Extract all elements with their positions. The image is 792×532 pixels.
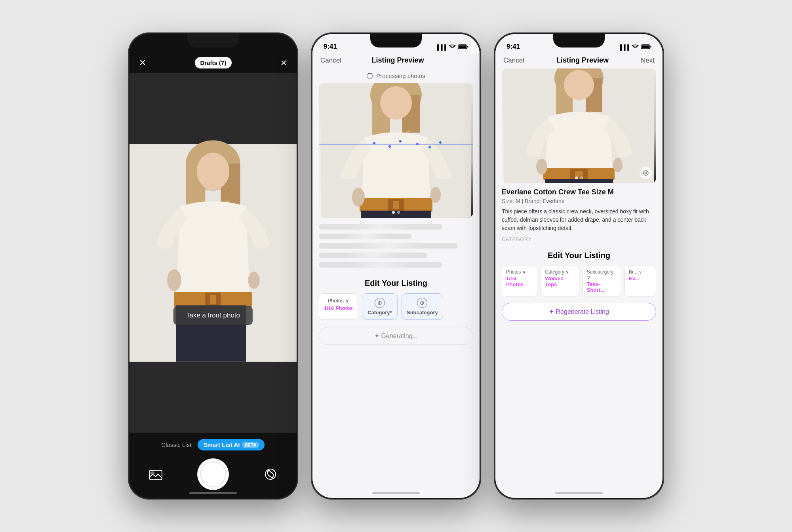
camera-edit-icon[interactable]: [640, 167, 652, 179]
listing-meta: Size: M | Brand: Everlane: [502, 198, 656, 204]
listing-tabs: Photos ∨ 1/16 Photos ⊕ Category* ⊕ Subca…: [319, 293, 473, 321]
cancel-button[interactable]: Cancel: [503, 57, 524, 65]
notch: [187, 34, 239, 48]
processing-screen: 9:41 ▐▐▐: [312, 34, 480, 498]
cancel-button[interactable]: Cancel: [320, 57, 341, 65]
tab-photos[interactable]: Photos ∨ 1/16 Photos: [319, 293, 358, 320]
signal-icon: ▐▐▐: [435, 44, 446, 50]
skeleton-line-1: [319, 224, 442, 230]
svg-rect-9: [210, 295, 216, 304]
tab-brand[interactable]: Br... ∨ Ev...: [624, 266, 656, 296]
shutter-inner: [200, 461, 226, 487]
page-title: Listing Preview: [556, 56, 609, 65]
skeleton-line-4: [319, 253, 427, 258]
skeleton-line-2: [319, 234, 411, 239]
shutter-button[interactable]: [197, 458, 229, 490]
notch: [553, 34, 605, 48]
status-time: 9:41: [506, 43, 520, 51]
camera-topbar: ✕ Drafts (7) ✕: [129, 54, 297, 73]
svg-rect-18: [467, 46, 468, 48]
svg-point-45: [536, 159, 547, 175]
listing-photo-bg: [319, 83, 473, 218]
tab-brand-value: Ev...: [629, 276, 639, 281]
svg-point-16: [265, 469, 276, 479]
svg-point-13: [248, 272, 259, 289]
category-icon: ⊕: [375, 298, 385, 308]
next-button[interactable]: Next: [641, 57, 655, 65]
listing-info: Everlane Cotton Crew Tee Size M Size: M …: [495, 183, 663, 249]
listing-tabs: Photos ∨ 1/16 Photos Category ∨ Women To…: [502, 266, 656, 298]
result-dot-2: [580, 177, 583, 179]
spinner-icon: [367, 73, 373, 79]
svg-rect-28: [393, 201, 399, 209]
result-screen: 9:41 ▐▐▐: [495, 34, 663, 498]
scan-dot: [439, 141, 442, 144]
home-indicator: [189, 492, 237, 494]
tab-subcategory-label: Subcategory: [407, 310, 438, 315]
skeleton-line-5: [319, 262, 442, 268]
svg-point-40: [564, 70, 594, 100]
camera-bottom: Classic List Smart List AI BETA: [129, 433, 297, 498]
mode-selector: Classic List Smart List AI BETA: [139, 439, 287, 450]
nav-bar: Cancel Listing Preview Next: [495, 54, 663, 68]
notch: [370, 34, 422, 48]
status-time: 9:41: [324, 43, 337, 51]
listing-description: This piece offers a classic crew neck, o…: [502, 207, 656, 232]
edit-listing-title: Edit Your Listing: [502, 251, 656, 260]
regenerate-button[interactable]: ✦ Regenerate Listing: [502, 303, 656, 321]
scan-dot: [416, 143, 419, 145]
photo-prompt: Take a front photo: [173, 306, 253, 325]
tab-subcategory-label: Subcategory ∨: [587, 269, 617, 280]
scan-dot: [428, 146, 431, 148]
tab-brand-label: Br... ∨: [629, 269, 642, 275]
skeleton-line-3: [319, 243, 458, 249]
close-button[interactable]: ✕: [139, 58, 146, 68]
generating-button: ✦ Generating...: [319, 327, 473, 345]
scan-dot: [388, 145, 391, 148]
svg-point-48: [645, 172, 647, 174]
flash-button[interactable]: ✕: [280, 58, 287, 68]
processing-banner: Processing photos: [312, 68, 480, 83]
tab-subcategory[interactable]: Subcategory ∨ Tees- Short...: [583, 266, 621, 296]
tab-subcategory[interactable]: ⊕ Subcategory: [402, 293, 443, 320]
battery-icon: [458, 44, 468, 51]
nav-bar: Cancel Listing Preview: [312, 54, 480, 68]
status-icons: ▐▐▐: [618, 44, 651, 51]
svg-rect-34: [642, 46, 649, 48]
status-icons: ▐▐▐: [435, 44, 468, 51]
dot-1: [392, 211, 395, 214]
beta-badge: BETA: [242, 442, 259, 448]
listing-image[interactable]: [319, 83, 473, 218]
tab-category[interactable]: Category ∨ Women Tops: [541, 266, 579, 296]
flip-camera-button[interactable]: [262, 466, 279, 483]
result-photo-bg: [502, 68, 656, 183]
result-listing-image[interactable]: [502, 68, 656, 183]
gallery-button[interactable]: [147, 466, 164, 483]
tab-photos[interactable]: Photos ∨ 1/16 Photos: [502, 266, 537, 296]
result-image-dots: [575, 177, 583, 179]
page-title: Listing Preview: [371, 56, 424, 65]
drafts-button[interactable]: Drafts (7): [195, 57, 232, 68]
tab-category-label: Category ∨: [545, 269, 569, 275]
edit-listing-section: Edit Your Listing Photos ∨ 1/16 Photos ⊕…: [312, 274, 480, 321]
signal-icon: ▐▐▐: [618, 44, 629, 50]
svg-point-47: [644, 171, 648, 175]
classic-list-mode[interactable]: Classic List: [162, 441, 192, 448]
scan-dot: [399, 140, 402, 142]
svg-rect-44: [545, 179, 613, 183]
smart-list-mode[interactable]: Smart List AI BETA: [198, 439, 265, 450]
svg-point-25: [380, 86, 412, 120]
skeleton-area: [312, 218, 480, 274]
tab-photos-label: Photos ∨: [327, 298, 349, 304]
camera-viewfinder: Take a front photo: [129, 73, 297, 433]
tab-category-label: Category*: [367, 310, 392, 315]
tab-category[interactable]: ⊕ Category*: [362, 293, 398, 320]
phone-processing: 9:41 ▐▐▐: [311, 32, 481, 500]
tab-photos-value: 1/16 Photos: [506, 276, 533, 287]
edit-listing-title: Edit Your Listing: [319, 279, 473, 288]
tab-subcategory-value: Tees- Short...: [587, 281, 617, 293]
svg-point-6: [197, 153, 229, 190]
camera-controls: [139, 458, 287, 490]
svg-rect-33: [650, 46, 651, 48]
result-dot-1: [575, 177, 578, 179]
